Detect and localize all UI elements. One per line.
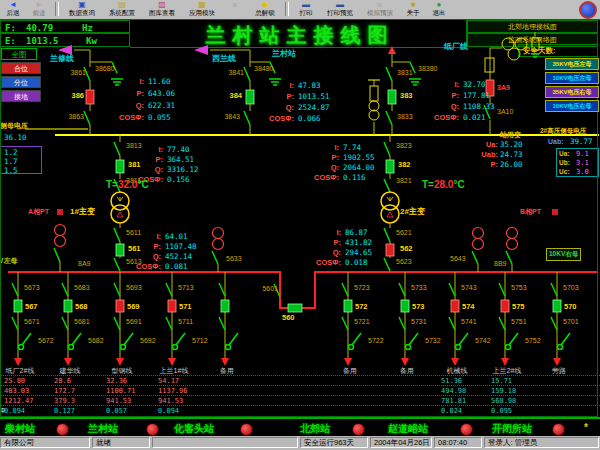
station-nav-6[interactable]: 开闭所站	[492, 422, 532, 436]
label-transformers-1-bus_pt_label: 8B9	[494, 260, 514, 268]
bus-tie-breaker[interactable]	[288, 304, 302, 312]
label-transformers-1-low-values-3: 0.018	[345, 259, 399, 268]
status-cell-5: 08:07:40	[434, 437, 482, 448]
legend-button-1[interactable]: 分位	[1, 76, 41, 88]
feeder-breaker[interactable]	[116, 300, 124, 312]
label-feeder_table-columns-8-values-0: 15.71	[491, 377, 537, 385]
bus-voltage-button-1[interactable]: 10KV电压左母	[545, 72, 599, 84]
bus-voltage-button-2[interactable]: 35KV电压右母	[545, 86, 599, 98]
label-top_feeders-0-earth: 38680	[95, 65, 121, 73]
feeder-arrow-icon	[401, 358, 409, 366]
feeder-breaker[interactable]	[553, 300, 561, 312]
label-measure_labels-2: Q:	[88, 102, 144, 111]
station-indicator-icon	[56, 423, 69, 436]
label-station_transformer-title: 站用变	[500, 131, 536, 139]
label-transformers-1-pt_label: B相PT	[520, 208, 550, 216]
label-feeder_table-columns-8-name: 上兰2#线	[481, 367, 533, 375]
station-indicator-icon	[146, 423, 159, 436]
station-nav-1[interactable]: 柴村站	[5, 422, 35, 436]
feeder-breaker[interactable]	[501, 300, 509, 312]
label-station_transformer-rows-0-label: Ua:	[476, 141, 498, 150]
feeder-breaker[interactable]	[64, 300, 72, 312]
label-feeder_table-columns-0-values-3: 0.094	[4, 407, 50, 415]
label-transformers-1-low-disc_top: 5621	[396, 229, 420, 237]
bus-voltage-button-3[interactable]: 10KV电压右母	[545, 100, 599, 112]
feeder-arrow-icon	[451, 358, 459, 366]
label-feeder_table-columns-2-values-2: 941.53	[106, 397, 152, 405]
station-nav-4[interactable]: 北郊站	[300, 422, 330, 436]
station-nav-3[interactable]: 化客头站	[174, 422, 214, 436]
label-top_feeders-2-values-1: 177.81	[463, 92, 517, 101]
label-top_feeders-1-values-3: 0.066	[298, 115, 352, 124]
temp-unit: °C	[137, 179, 148, 190]
temp-label: T=	[106, 179, 118, 190]
label-feeder_table-columns-3-earth: 5712	[192, 337, 216, 345]
feeder-breaker[interactable]	[168, 300, 176, 312]
station-indicator-icon	[552, 423, 565, 436]
feeder-arrow-icon	[168, 358, 176, 366]
feeder-breaker[interactable]	[344, 300, 352, 312]
status-cell-2	[152, 437, 298, 448]
scada-main-window: ◄后退►前进▣数据查询▤系统配置▨图库查看▦应用模块■◆总解锁▬打印▬打印预览■…	[0, 0, 600, 450]
label-feeder_table-columns-7-earth: 5742	[475, 337, 499, 345]
label-feeder_table-columns-0-disc_top: 5673	[24, 284, 48, 292]
legend-button-2[interactable]: 接地	[1, 90, 41, 102]
label-top_feeders-0-values-3: 0.055	[148, 114, 202, 123]
label-feeder_table-columns-0-breaker: 567	[25, 303, 47, 312]
label-transformers-0-low-values-1: 1107.48	[165, 243, 219, 252]
label-feeder_table-columns-3-breaker: 571	[179, 303, 201, 312]
label-header-station_name: 兰村站	[272, 49, 316, 58]
feeder-breaker[interactable]	[221, 300, 229, 312]
arrester-icon	[532, 38, 539, 50]
label-header-power-label: E:	[5, 36, 19, 46]
label-transformers-1-high-disc_top: 3823	[396, 142, 420, 150]
label-feeder_table-columns-1-breaker: 568	[75, 303, 97, 312]
label-feeder_table-columns-2-disc_bot: 5691	[126, 318, 150, 326]
label-measure_labels-2: Q:	[285, 249, 341, 258]
label-measure_labels-1: P:	[403, 92, 459, 101]
station-nav-bar: * 柴村站兰村站化客头站北郊站赵道峪站开闭所站	[0, 417, 600, 438]
label-measure_labels-1: P:	[238, 93, 294, 102]
xilan-arrow-icon	[194, 45, 208, 55]
label-feeder_table-columns-5-disc_top: 5723	[354, 284, 378, 292]
label-feeder_table-columns-2-values-3: 0.057	[106, 407, 152, 415]
table-separator	[0, 405, 600, 406]
label-feeder_table-columns-1-disc_bot: 5681	[74, 318, 98, 326]
label-feeder_table-columns-0-disc_bot: 5671	[24, 318, 48, 326]
station-nav-5[interactable]: 赵道峪站	[388, 422, 428, 436]
feeder-breaker[interactable]	[451, 300, 459, 312]
feeder-breaker[interactable]	[401, 300, 409, 312]
feeder-breaker[interactable]	[14, 300, 22, 312]
label-measure_labels-0: I:	[88, 78, 144, 87]
label-feeder_table-columns-3-values-2: 941.53	[158, 397, 204, 405]
label-right_bus_panel-phase_labels-0: Ua:	[559, 150, 575, 157]
label-feeder_table-columns-2-earth: 5692	[140, 337, 164, 345]
bus-voltage-button-0[interactable]: 35KV电压左母	[545, 58, 599, 70]
nav-marker: *	[584, 422, 588, 433]
label-transformers-1-temp: T=28.0°C	[422, 179, 465, 190]
label-left_bus_panel-title: 侧母电压	[0, 122, 34, 130]
station-nav-2[interactable]: 兰村站	[88, 422, 118, 436]
label-feeder_table-columns-5-earth: 5722	[368, 337, 392, 345]
breaker-383[interactable]	[388, 90, 396, 104]
label-feeder_table-columns-7-disc_bot: 5741	[461, 318, 485, 326]
label-left_bus_panel-uab: 36.10	[4, 134, 42, 143]
pt-a-icon	[55, 236, 66, 247]
label-feeder_table-columns-2-name: 型钢线	[96, 367, 148, 375]
label-feeder_table-columns-2-disc_top: 5693	[126, 284, 150, 292]
label-measure_labels-0: I:	[105, 233, 161, 242]
label-feeder_table-columns-8-values-1: 159.18	[491, 387, 537, 395]
label-measure_labels-2: Q:	[283, 164, 339, 173]
temp-value: 32.0	[118, 179, 137, 190]
label-measure_labels-3: COSΦ:	[105, 263, 161, 272]
label-feeder_table-columns-7-name: 机械线	[431, 367, 483, 375]
label-right_bus_panel-phases-2: 3.0	[576, 168, 596, 176]
label-feeder_table-columns-2-values-1: 1100.71	[106, 387, 152, 395]
label-left_bus_panel-phases-2: 1.5	[4, 167, 34, 176]
legend-button-0[interactable]: 合位	[1, 62, 41, 74]
label-header-freq-label: F:	[5, 23, 19, 33]
label-feeder_table-columns-5-disc_bot: 5721	[354, 318, 378, 326]
pt-b-icon	[507, 239, 518, 250]
pt-5643-icon	[473, 239, 484, 250]
label-feeder_table-columns-0-name: 纸厂2#线	[0, 367, 46, 375]
